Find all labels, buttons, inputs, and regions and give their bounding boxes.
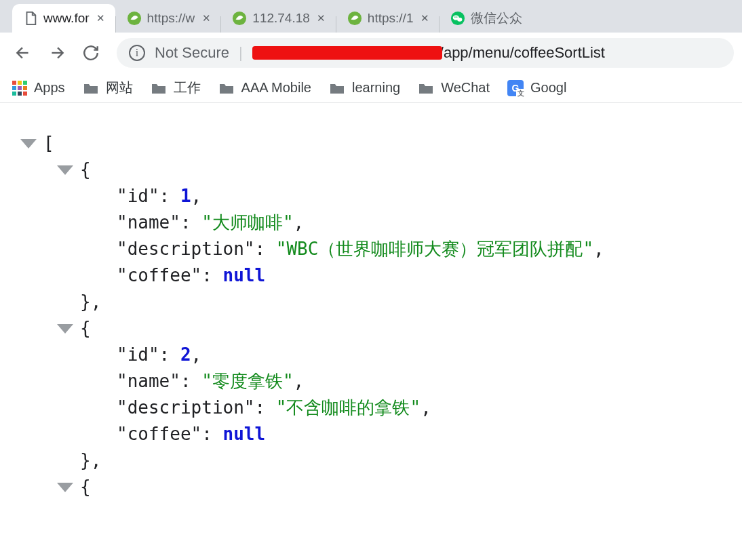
collapse-icon[interactable] xyxy=(20,139,37,148)
tab-title: https://1 xyxy=(368,11,414,26)
security-label: Not Secure xyxy=(155,44,229,62)
bookmark-folder[interactable]: 网站 xyxy=(83,79,133,97)
json-property: "coffee": null xyxy=(20,421,735,447)
folder-icon xyxy=(218,81,235,95)
browser-toolbar: i Not Secure | /app/menu/coffeeSortList xyxy=(0,33,742,73)
page-icon xyxy=(23,11,38,26)
json-array-open[interactable]: [ xyxy=(20,130,735,157)
bookmark-label: AAA Mobile xyxy=(241,80,311,96)
json-value: null xyxy=(223,421,266,447)
bookmark-label: learning xyxy=(352,80,400,96)
json-property: "name": "大师咖啡", xyxy=(20,209,735,236)
json-key: name xyxy=(128,212,170,233)
close-icon[interactable]: ✕ xyxy=(200,12,212,24)
tab-title: 112.74.18 xyxy=(252,11,310,26)
close-icon[interactable]: ✕ xyxy=(95,12,107,24)
browser-tab-3[interactable]: https://1 ✕ xyxy=(336,4,440,33)
folder-icon xyxy=(151,81,167,95)
json-object-open[interactable]: { xyxy=(20,157,735,183)
json-viewer: [ { "id": 1, "name": "大师咖啡", "descriptio… xyxy=(0,103,742,507)
svg-point-7 xyxy=(456,16,458,18)
folder-icon xyxy=(329,81,345,95)
forward-button[interactable] xyxy=(42,38,72,68)
bookmark-label: 网站 xyxy=(106,79,133,97)
browser-tab-1[interactable]: https://w ✕ xyxy=(116,4,221,33)
json-key: coffee xyxy=(128,265,191,285)
reload-button[interactable] xyxy=(76,38,106,68)
back-button[interactable] xyxy=(8,38,38,68)
json-value: 不含咖啡的拿铁 xyxy=(286,397,410,418)
json-property: "description": "WBC（世界咖啡师大赛）冠军团队拼配", xyxy=(20,236,735,262)
json-property: "description": "不含咖啡的拿铁", xyxy=(20,395,735,421)
folder-icon xyxy=(83,81,99,95)
json-value: 1 xyxy=(180,183,191,209)
json-property: "id": 2, xyxy=(20,342,735,368)
browser-tab-0[interactable]: www.for ✕ xyxy=(12,4,115,33)
bookmark-label: Googl xyxy=(530,80,566,96)
json-property: "id": 1, xyxy=(20,183,735,209)
json-key: name xyxy=(128,371,170,391)
divider: | xyxy=(239,44,243,62)
browser-tab-4[interactable]: 微信公众 xyxy=(440,4,530,33)
spring-icon xyxy=(127,11,142,26)
bracket: [ xyxy=(43,130,54,157)
translate-icon: G xyxy=(507,80,524,96)
brace: { xyxy=(80,474,91,500)
json-value: 大师咖啡 xyxy=(212,212,283,233)
bookmark-label: WeChat xyxy=(441,80,490,96)
json-object-open[interactable]: { xyxy=(20,474,735,500)
redacted-host xyxy=(252,46,442,60)
close-icon[interactable]: ✕ xyxy=(418,12,431,24)
browser-tab-2[interactable]: 112.74.18 ✕ xyxy=(221,4,336,33)
bookmark-gtranslate[interactable]: G Googl xyxy=(507,80,566,96)
json-property: "name": "零度拿铁", xyxy=(20,368,735,395)
json-key: id xyxy=(128,344,149,365)
bookmark-label: Apps xyxy=(34,80,65,96)
bookmark-apps[interactable]: Apps xyxy=(12,80,65,96)
bookmark-folder[interactable]: AAA Mobile xyxy=(218,80,311,96)
tab-title: https://w xyxy=(147,11,195,26)
close-icon[interactable]: ✕ xyxy=(315,12,328,24)
svg-point-6 xyxy=(455,16,456,18)
json-key: description xyxy=(128,239,244,259)
bookmark-folder[interactable]: WeChat xyxy=(418,80,490,96)
info-icon[interactable]: i xyxy=(129,45,145,61)
spring-icon xyxy=(232,11,247,26)
bookmark-folder[interactable]: learning xyxy=(329,80,400,96)
spring-icon xyxy=(347,11,362,26)
tab-title: 微信公众 xyxy=(471,9,522,27)
json-key: coffee xyxy=(128,424,191,444)
wechat-icon xyxy=(450,11,465,26)
bookmark-label: 工作 xyxy=(174,79,201,97)
folder-icon xyxy=(418,81,434,95)
json-value: 2 xyxy=(180,342,191,368)
address-bar[interactable]: i Not Secure | /app/menu/coffeeSortList xyxy=(117,38,734,68)
json-object-close: }, xyxy=(20,447,735,474)
bookmark-folder[interactable]: 工作 xyxy=(151,79,201,97)
collapse-icon[interactable] xyxy=(57,324,73,334)
json-property: "coffee": null xyxy=(20,262,735,289)
svg-point-5 xyxy=(458,18,463,22)
json-value: 零度拿铁 xyxy=(212,371,283,391)
collapse-icon[interactable] xyxy=(57,483,73,492)
tab-title: www.for xyxy=(43,11,90,26)
json-key: id xyxy=(128,186,149,206)
json-value: WBC（世界咖啡师大赛）冠军团队拼配 xyxy=(286,239,583,259)
json-key: description xyxy=(128,397,244,418)
json-value: null xyxy=(223,262,266,289)
collapse-icon[interactable] xyxy=(57,165,73,175)
bookmarks-bar: Apps 网站 工作 AAA Mobile learning WeChat G … xyxy=(0,73,742,103)
url-path: /app/menu/coffeeSortList xyxy=(440,44,605,62)
tab-strip: www.for ✕ https://w ✕ 112.74.18 ✕ https:… xyxy=(0,0,742,33)
json-object-close: }, xyxy=(20,289,735,315)
json-object-open[interactable]: { xyxy=(20,315,735,342)
apps-icon xyxy=(12,81,27,96)
brace: { xyxy=(80,157,91,183)
brace: { xyxy=(80,315,91,342)
